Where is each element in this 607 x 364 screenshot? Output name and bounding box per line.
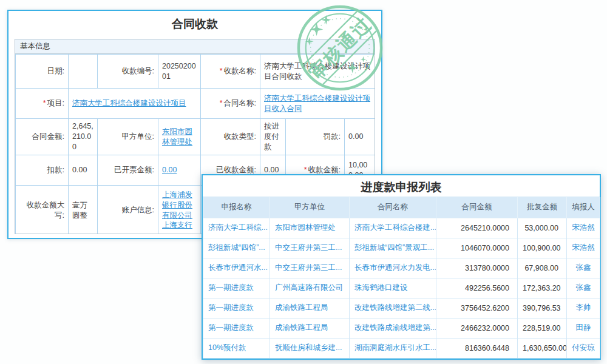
cell-contract-name[interactable]: 长春市伊通河水力发电... (350, 258, 436, 278)
table-row: 长春市伊通河水...中交王府井第三工...长春市伊通河水力发电...313780… (203, 258, 600, 278)
account-label: 账户信息: (98, 186, 158, 235)
account-value-cell: 上海浦发银行股份有限公司上海支行 (158, 186, 201, 235)
cell-party-a[interactable]: 广州高速路有限公司 (270, 278, 350, 298)
cell-approved-amount: 100,900.00 (518, 238, 567, 258)
cell-party-a[interactable]: 中交王府井第三工... (270, 238, 350, 258)
party-a-link[interactable]: 东阳市园林管理处 (162, 127, 192, 146)
progress-payment-list-panel: 进度款申报列表 申报名称 甲方单位 合同名称 合同金额 批复金额 填报人 济南大… (202, 174, 601, 360)
list-panel-title: 进度款申报列表 (203, 175, 600, 197)
form-panel-title: 合同收款 (8, 11, 381, 39)
penalty-value: 0.00 (345, 119, 375, 155)
cell-declaration-name[interactable]: 彭祖新城“四馆”... (203, 238, 270, 258)
col-header-contract-amount: 合同金额 (436, 197, 518, 218)
cell-party-a[interactable]: 抚顺住房和城乡建... (270, 338, 350, 358)
receipt-type-label: 收款类型: (201, 119, 260, 155)
amount-words-value: 壹万圆整 (69, 186, 98, 235)
cell-filler[interactable]: 付安琼 (567, 338, 600, 358)
date-label: 日期: (16, 55, 69, 89)
project-value-cell: 济南大学工科综合楼建设设计项目 (69, 89, 201, 119)
table-row: 第一期进度款成渝铁路工程局改建铁路成渝线增建第...2466232.000022… (203, 318, 600, 338)
cell-contract-amount: 1046070.0000 (436, 238, 518, 258)
deduction-label: 扣款: (16, 155, 69, 186)
table-header-row: 申报名称 甲方单位 合同名称 合同金额 批复金额 填报人 (203, 197, 600, 218)
contract-name-link[interactable]: 济南大学工科综合楼建设设计项目收入合同 (264, 94, 370, 113)
receipt-name-label: *收款名称: (201, 55, 260, 89)
cell-declaration-name[interactable]: 第一期进度款 (203, 278, 270, 298)
list-body: 济南大学工科综...东阳市园林管理处济南大学工科综合楼建...2645210.0… (203, 218, 600, 358)
invoiced-label: 已开票金额: (98, 155, 158, 186)
cell-filler[interactable]: 张鑫 (567, 258, 600, 278)
cell-contract-name[interactable]: 改建铁路成渝线增建第... (350, 318, 436, 338)
invoiced-amount-link[interactable]: 0.00 (162, 166, 177, 174)
cell-declaration-name[interactable]: 济南大学工科综... (203, 218, 270, 238)
cell-contract-amount: 2466232.0000 (436, 318, 518, 338)
cell-declaration-name[interactable]: 长春市伊通河水... (203, 258, 270, 278)
form-row-1: 日期: 收款编号: 2025020001 *收款名称: 济南大学工科综合楼建设设… (16, 55, 375, 89)
cell-approved-amount: 1,630,650.00 (518, 338, 567, 358)
project-label: *项目: (16, 89, 69, 119)
form-row-3: 合同金额: 2,645,210.00 甲方单位: 东阳市园林管理处 收款类型: … (16, 119, 375, 155)
cell-approved-amount: 228,519.00 (518, 318, 567, 338)
party-a-label: 甲方单位: (98, 119, 158, 155)
contract-name-value-cell: 济南大学工科综合楼建设设计项目收入合同 (260, 89, 375, 119)
table-row: 第一期进度款广州高速路有限公司珠海鹤港口建设492256.5600172,363… (203, 278, 600, 298)
deduction-value: 0.00 (69, 155, 98, 186)
col-header-declaration-name: 申报名称 (203, 197, 270, 218)
cell-contract-name[interactable]: 珠海鹤港口建设 (350, 278, 436, 298)
cell-contract-amount: 816360.6448 (436, 338, 518, 358)
table-row: 10%预付款抚顺住房和城乡建...湖南洞庭湖水库引水工...816360.644… (203, 338, 600, 358)
col-header-party-a: 甲方单位 (270, 197, 350, 218)
cell-contract-name[interactable]: 湖南洞庭湖水库引水工... (350, 338, 436, 358)
cell-contract-amount: 492256.5600 (436, 278, 518, 298)
cell-declaration-name[interactable]: 第一期进度款 (203, 298, 270, 318)
penalty-label: 罚款: (286, 119, 345, 155)
cell-filler[interactable]: 李帅 (567, 298, 600, 318)
contract-amount-label: 合同金额: (16, 119, 69, 155)
receipt-no-label: 收款编号: (98, 55, 158, 89)
receipt-name-value: 济南大学工科综合楼建设设计项目合同收款 (260, 55, 375, 89)
cell-approved-amount: 390,796.53 (518, 298, 567, 318)
required-mark: * (220, 67, 223, 75)
receipt-no-value: 2025020001 (158, 55, 201, 89)
required-mark: * (304, 166, 307, 174)
contract-amount-value: 2,645,210.00 (69, 119, 98, 155)
cell-filler[interactable]: 田静 (567, 318, 600, 338)
party-a-value-cell: 东阳市园林管理处 (158, 119, 201, 155)
cell-filler[interactable]: 宋浩然 (567, 218, 600, 238)
required-mark: * (43, 99, 46, 107)
contract-name-label: *合同名称: (201, 89, 260, 119)
date-value (69, 55, 98, 89)
col-header-contract-name: 合同名称 (350, 197, 436, 218)
cell-party-a[interactable]: 东阳市园林管理处 (270, 218, 350, 238)
cell-contract-amount: 313780.0000 (436, 258, 518, 278)
table-row: 济南大学工科综...东阳市园林管理处济南大学工科综合楼建...2645210.0… (203, 218, 600, 238)
section-header-basic-info: 基本信息 (15, 39, 375, 54)
cell-contract-amount: 2645210.0000 (436, 218, 518, 238)
cell-approved-amount: 172,363.20 (518, 278, 567, 298)
invoiced-value-cell: 0.00 (158, 155, 201, 186)
table-row: 第一期进度款成渝铁路工程局改建铁路线增建第二线...3756452.620039… (203, 298, 600, 318)
col-header-approved-amount: 批复金额 (518, 197, 567, 218)
cell-contract-amount: 3756452.6200 (436, 298, 518, 318)
cell-declaration-name[interactable]: 10%预付款 (203, 338, 270, 358)
cell-party-a[interactable]: 成渝铁路工程局 (270, 318, 350, 338)
amount-words-label: 收款金额大写: (16, 186, 69, 235)
progress-payment-table: 申报名称 甲方单位 合同名称 合同金额 批复金额 填报人 济南大学工科综...东… (203, 197, 600, 359)
project-link[interactable]: 济南大学工科综合楼建设设计项目 (72, 99, 186, 107)
table-row: 彭祖新城“四馆”...中交王府井第三工...彭祖新城“四馆”景观工...1046… (203, 238, 600, 258)
cell-contract-name[interactable]: 济南大学工科综合楼建... (350, 218, 436, 238)
cell-filler[interactable]: 宋浩然 (567, 238, 600, 258)
cell-filler[interactable]: 张鑫 (567, 278, 600, 298)
cell-contract-name[interactable]: 彭祖新城“四馆”景观工... (350, 238, 436, 258)
cell-contract-name[interactable]: 改建铁路线增建第二线... (350, 298, 436, 318)
receipt-type-value: 按进度付款 (260, 119, 286, 155)
required-mark: * (220, 99, 223, 107)
cell-party-a[interactable]: 中交王府井第三工... (270, 258, 350, 278)
account-info-link[interactable]: 上海浦发银行股份有限公司上海支行 (162, 190, 192, 230)
col-header-filler: 填报人 (567, 197, 600, 218)
cell-approved-amount: 53,000.00 (518, 218, 567, 238)
cell-approved-amount: 67,908.00 (518, 258, 567, 278)
form-row-2: *项目: 济南大学工科综合楼建设设计项目 *合同名称: 济南大学工科综合楼建设设… (16, 89, 375, 119)
cell-party-a[interactable]: 成渝铁路工程局 (270, 298, 350, 318)
cell-declaration-name[interactable]: 第一期进度款 (203, 318, 270, 338)
